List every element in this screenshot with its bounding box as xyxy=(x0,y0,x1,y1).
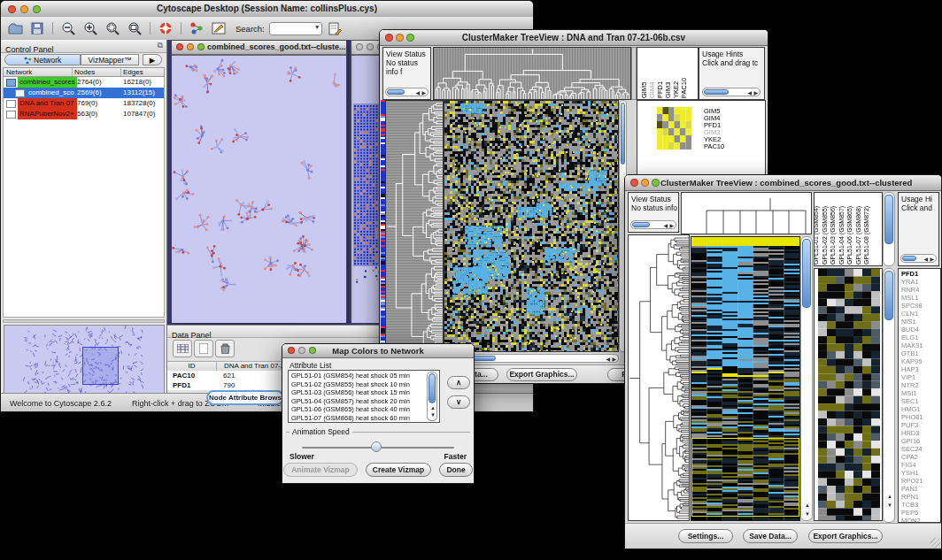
close-icon[interactable] xyxy=(8,5,16,13)
float-panel-icon[interactable]: ⧉ xyxy=(158,41,163,50)
attribute-listbox[interactable]: GPL51-01 (GSM854) heat shock 05 minGPL51… xyxy=(288,370,440,423)
gene-label[interactable]: MON2 xyxy=(901,517,940,523)
combo-arrow-icon[interactable]: ▼ xyxy=(314,24,320,30)
tv1-row-labels[interactable]: GIM5GIM4PFD1GIM3YKE2PAC10 xyxy=(704,108,724,150)
main-titlebar[interactable]: Cytoscape Desktop (Session Name: collins… xyxy=(1,1,533,18)
gene-label[interactable]: GTB1 xyxy=(901,349,940,357)
treeview2-titlebar[interactable]: ClusterMaker TreeView : combined_scores_… xyxy=(625,175,941,191)
gene-label[interactable]: BUD4 xyxy=(901,326,940,334)
attribute-list-vscrollbar[interactable]: ▲ ▼ xyxy=(427,372,437,421)
minimize-icon[interactable] xyxy=(641,179,649,187)
zoom-window-icon[interactable] xyxy=(33,5,41,13)
minimize-icon[interactable] xyxy=(187,43,194,50)
save-data-button[interactable]: Save Data... xyxy=(743,529,798,543)
network-table-header[interactable]: Network Nodes Edges xyxy=(3,67,165,77)
gene-label[interactable]: PHO81 xyxy=(901,413,940,421)
tv1-status-hscrollbar[interactable]: ◀ ▶ xyxy=(385,88,429,96)
close-icon[interactable] xyxy=(385,34,393,42)
gene-label[interactable]: HAP3 xyxy=(901,365,940,373)
gene-label[interactable]: RPO21 xyxy=(901,477,940,485)
open-file-icon[interactable] xyxy=(6,20,24,36)
zoom-window-icon[interactable] xyxy=(309,347,316,354)
gene-label[interactable]: RNR4 xyxy=(901,286,940,294)
done-button[interactable]: Done xyxy=(439,463,473,477)
tv1-heatmap[interactable] xyxy=(444,100,619,352)
annotation-icon[interactable] xyxy=(327,20,344,36)
resize-grip[interactable] xyxy=(930,538,940,548)
help-lifebuoy-icon[interactable] xyxy=(157,20,174,36)
zoom-selected-icon[interactable] xyxy=(104,20,121,36)
gene-label[interactable]: ELG1 xyxy=(901,334,940,341)
attribute-list-item[interactable]: GPL51-01 (GSM854) heat shock 05 min xyxy=(291,372,439,380)
tv2-row-dendrogram[interactable] xyxy=(628,234,690,521)
gene-label[interactable]: FIG4 xyxy=(901,461,940,469)
tv2-usage-hscrollbar[interactable]: ◀ ▶ xyxy=(900,254,937,263)
network-list-row[interactable]: RNAPuberNov2+563(0)107847(0) xyxy=(4,109,164,119)
settings-button[interactable]: Settings... xyxy=(678,529,733,543)
tv2-heatmap[interactable] xyxy=(691,236,800,521)
new-attribute-icon[interactable] xyxy=(194,340,213,357)
tv2-status-hscrollbar[interactable]: ◀ ▶ xyxy=(630,220,676,229)
gene-label[interactable]: PFD1 xyxy=(901,270,940,278)
table-view-icon[interactable] xyxy=(173,340,192,357)
gene-label[interactable]: NTR2 xyxy=(901,381,940,389)
zoom-in-icon[interactable] xyxy=(81,20,99,36)
close-icon[interactable] xyxy=(288,347,295,354)
gene-label[interactable]: CLN1 xyxy=(901,310,940,318)
treeview1-titlebar[interactable]: ClusterMaker TreeView : DNA and Tran 07-… xyxy=(380,30,768,46)
gene-label[interactable]: MAK31 xyxy=(901,341,940,349)
tv1-column-dendrogram[interactable] xyxy=(433,47,631,100)
network1-titlebar[interactable]: combined_scores_good.txt--cluste... xyxy=(172,41,346,55)
tab-vizmapper[interactable]: VizMapper™ xyxy=(81,54,139,65)
minimize-icon[interactable] xyxy=(396,34,404,42)
attribute-list-item[interactable]: GPL51-04 (GSM857) heat shock 20 min xyxy=(291,397,439,406)
gene-label[interactable]: PAN1 xyxy=(901,485,940,493)
tab-network[interactable]: Network xyxy=(4,54,81,65)
tv2-column-dendrogram[interactable] xyxy=(681,192,812,234)
tv2-genelist-vscrollbar[interactable]: ▲ ▼ xyxy=(883,268,895,523)
gene-label[interactable]: CPA2 xyxy=(901,453,940,461)
gene-label[interactable]: KAP95 xyxy=(901,357,940,365)
gene-label[interactable]: YRA1 xyxy=(901,278,940,286)
close-icon[interactable] xyxy=(630,179,638,187)
gene-label[interactable]: PEP5 xyxy=(901,509,940,517)
zoom-window-icon[interactable] xyxy=(652,179,660,187)
minimize-icon[interactable] xyxy=(20,5,28,13)
attribute-list-item[interactable]: GPL51-02 (GSM855) heat shock 10 min xyxy=(291,380,439,389)
gene-label[interactable]: VIP1 xyxy=(901,373,940,381)
gene-label[interactable]: HMG1 xyxy=(901,405,940,413)
panel-splitter[interactable] xyxy=(3,319,165,323)
network-overview-icon[interactable] xyxy=(188,20,205,36)
export-graphics-button[interactable]: Export Graphics... xyxy=(506,368,577,381)
tv1-usage-hscrollbar[interactable]: ◀ ▶ xyxy=(702,88,761,96)
gene-label[interactable]: GPI16 xyxy=(901,437,940,445)
tv1-row-dendrogram[interactable] xyxy=(385,100,444,352)
create-vizmap-button[interactable]: Create Vizmap xyxy=(366,463,431,477)
delete-trash-icon[interactable] xyxy=(215,340,235,357)
gene-label[interactable]: SPC98 xyxy=(901,302,940,310)
gene-label[interactable]: HRD3 xyxy=(901,429,940,437)
zoom-window-icon[interactable] xyxy=(406,34,414,42)
gene-label[interactable]: YSH1 xyxy=(901,469,940,477)
tab-more[interactable]: ▶ xyxy=(143,54,162,65)
save-icon[interactable] xyxy=(28,20,46,36)
network-list-row[interactable]: combined_sco2569(6)13112(15) xyxy=(4,88,164,98)
zoom-window-icon[interactable] xyxy=(197,43,205,50)
gene-label[interactable]: NIS1 xyxy=(901,318,940,326)
network-overview-thumbnail[interactable] xyxy=(4,325,165,401)
close-icon[interactable] xyxy=(176,43,183,50)
gene-label[interactable]: TCB3 xyxy=(901,501,940,509)
attribute-list-item[interactable]: GPL51-06 (GSM865) heat shock 40 min xyxy=(291,405,439,414)
vizmapper-icon[interactable] xyxy=(210,20,228,36)
tv1-mini-matrix[interactable] xyxy=(657,107,691,150)
gene-label[interactable]: PUF3 xyxy=(901,421,940,429)
export-graphics-button[interactable]: Export Graphics... xyxy=(808,529,883,543)
zoom-out-icon[interactable] xyxy=(59,20,77,36)
node-attribute-browser-button[interactable]: Node Attribute Brows xyxy=(206,390,284,405)
close-icon[interactable] xyxy=(356,43,363,50)
gene-label[interactable]: RPN1 xyxy=(901,493,940,501)
tv2-gene-list[interactable]: PFD1YRA1RNR4MSL1SPC98CLN1NIS1BUD4ELG1MAK… xyxy=(898,268,941,523)
search-input[interactable]: ▼ xyxy=(269,22,322,35)
move-up-button[interactable]: ∧ xyxy=(447,376,470,389)
gene-label[interactable]: SEC24 xyxy=(901,445,940,453)
